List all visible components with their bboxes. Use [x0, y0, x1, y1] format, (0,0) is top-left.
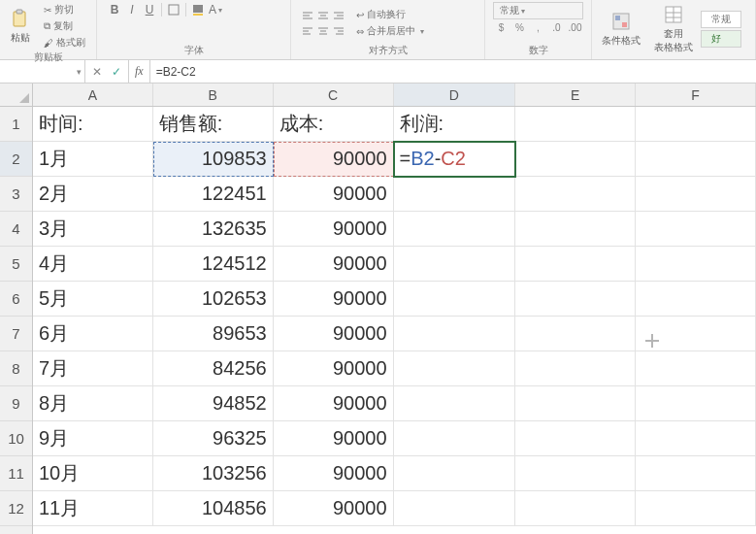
cell-B2[interactable]: 109853	[153, 142, 274, 177]
cell-B4[interactable]: 132635	[153, 212, 274, 247]
cell-D11[interactable]	[394, 456, 516, 491]
cell-B6[interactable]: 102653	[153, 282, 274, 317]
cell-C5[interactable]: 90000	[274, 247, 394, 282]
cell-C7[interactable]: 90000	[274, 317, 394, 351]
align-left-button[interactable]	[301, 24, 314, 38]
col-header-C[interactable]: C	[274, 83, 394, 106]
cell-E6[interactable]	[515, 282, 636, 317]
cell-D10[interactable]	[394, 421, 516, 456]
cell-F5[interactable]	[636, 247, 756, 282]
row-header-7[interactable]: 7	[0, 317, 32, 351]
cell-D1[interactable]: 利润:	[394, 107, 516, 142]
cell-D3[interactable]	[394, 177, 516, 212]
row-header-8[interactable]: 8	[0, 351, 32, 386]
border-button[interactable]	[166, 2, 181, 17]
cell-C8[interactable]: 90000	[274, 351, 394, 386]
underline-button[interactable]: U	[142, 2, 157, 17]
cell-D5[interactable]	[394, 247, 516, 282]
cell-F8[interactable]	[636, 351, 756, 386]
row-header-3[interactable]: 3	[0, 177, 32, 212]
col-header-E[interactable]: E	[515, 83, 636, 106]
cell-D9[interactable]	[394, 386, 516, 421]
font-color-button[interactable]: A	[208, 2, 223, 17]
align-center-button[interactable]	[316, 24, 330, 38]
cell-D8[interactable]	[394, 351, 516, 386]
formula-input[interactable]	[150, 60, 756, 83]
conditional-format-button[interactable]: 条件格式	[596, 9, 646, 50]
cell-E4[interactable]	[515, 212, 636, 247]
cell-B10[interactable]: 96325	[153, 421, 274, 456]
fill-color-button[interactable]	[190, 2, 206, 17]
cell-A1[interactable]: 时间:	[33, 107, 153, 142]
cell-C10[interactable]: 90000	[274, 421, 394, 456]
row-header-1[interactable]: 1	[0, 107, 32, 142]
row-header-9[interactable]: 9	[0, 386, 32, 421]
cell-A11[interactable]: 10月	[33, 456, 153, 491]
comma-button[interactable]: ,	[530, 22, 546, 33]
align-right-button[interactable]	[332, 24, 345, 38]
cell-C9[interactable]: 90000	[274, 386, 394, 421]
cell-F12[interactable]	[636, 491, 756, 526]
cell-E8[interactable]	[515, 351, 636, 386]
cell-F7[interactable]	[636, 317, 756, 351]
cell-E11[interactable]	[515, 456, 636, 491]
style-good[interactable]: 好	[701, 30, 741, 48]
italic-button[interactable]: I	[124, 2, 140, 17]
cell-A6[interactable]: 5月	[33, 282, 153, 317]
cell-E12[interactable]	[515, 491, 636, 526]
cell-C1[interactable]: 成本:	[274, 107, 394, 142]
cell-E5[interactable]	[515, 247, 636, 282]
row-header-2[interactable]: 2	[0, 142, 32, 177]
cell-D12[interactable]	[394, 491, 516, 526]
row-header-11[interactable]: 11	[0, 456, 32, 491]
col-header-B[interactable]: B	[153, 83, 274, 106]
cell-A4[interactable]: 3月	[33, 212, 153, 247]
cell-F11[interactable]	[636, 456, 756, 491]
cell-D4[interactable]	[394, 212, 516, 247]
paste-button[interactable]: 粘贴	[4, 6, 37, 47]
cell-C6[interactable]: 90000	[274, 282, 394, 317]
col-header-D[interactable]: D	[394, 83, 516, 106]
copy-button[interactable]: ⧉ 复制	[41, 18, 88, 34]
cell-A8[interactable]: 7月	[33, 351, 153, 386]
cancel-formula-button[interactable]: ✕	[89, 65, 105, 79]
row-header-10[interactable]: 10	[0, 421, 32, 456]
cell-B7[interactable]: 89653	[153, 317, 274, 351]
bold-button[interactable]: B	[107, 2, 122, 17]
cell-E3[interactable]	[515, 177, 636, 212]
cell-E10[interactable]	[515, 421, 636, 456]
cell-B1[interactable]: 销售额:	[153, 107, 274, 142]
decrease-decimal-button[interactable]: .00	[567, 22, 583, 33]
cell-B5[interactable]: 124512	[153, 247, 274, 282]
cell-E7[interactable]	[515, 317, 636, 351]
cell-E1[interactable]	[515, 107, 636, 142]
cell-D2[interactable]: =B2-C2	[394, 142, 516, 177]
row-header-4[interactable]: 4	[0, 212, 32, 247]
cell-B3[interactable]: 122451	[153, 177, 274, 212]
cell-D7[interactable]	[394, 317, 516, 351]
currency-button[interactable]: $	[493, 22, 509, 33]
cell-A7[interactable]: 6月	[33, 317, 153, 351]
row-header-12[interactable]: 12	[0, 491, 32, 526]
align-top-center-button[interactable]	[316, 9, 330, 22]
cell-C11[interactable]: 90000	[274, 456, 394, 491]
col-header-A[interactable]: A	[33, 83, 153, 106]
wrap-text-button[interactable]: ↩ 自动换行	[353, 7, 427, 22]
cell-F2[interactable]	[636, 142, 756, 177]
col-header-F[interactable]: F	[636, 83, 756, 106]
fx-label[interactable]: fx	[129, 60, 150, 83]
row-header-5[interactable]: 5	[0, 247, 32, 282]
cell-F6[interactable]	[636, 282, 756, 317]
cell-A12[interactable]: 11月	[33, 491, 153, 526]
cell-A9[interactable]: 8月	[33, 386, 153, 421]
cell-B12[interactable]: 104856	[153, 491, 274, 526]
cell-B9[interactable]: 94852	[153, 386, 274, 421]
cell-A2[interactable]: 1月	[33, 142, 153, 177]
number-format-select[interactable]: 常规	[493, 2, 583, 19]
format-painter-button[interactable]: 🖌 格式刷	[41, 35, 88, 50]
align-top-right-button[interactable]	[332, 9, 345, 22]
cell-E9[interactable]	[515, 386, 636, 421]
accept-formula-button[interactable]: ✓	[109, 65, 124, 79]
cell-A10[interactable]: 9月	[33, 421, 153, 456]
cell-D6[interactable]	[394, 282, 516, 317]
